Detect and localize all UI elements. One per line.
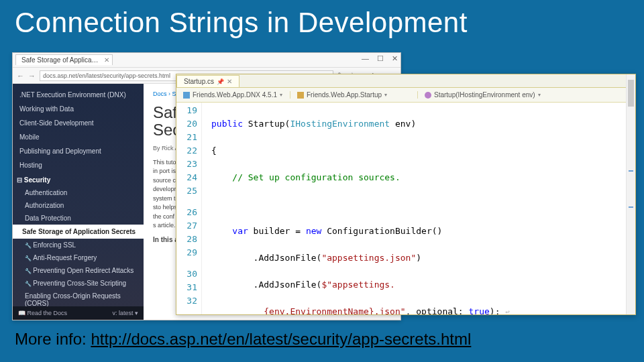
context-class[interactable]: Friends.Web.App.Startup▾ [290,91,418,99]
code-editor[interactable]: 19202122232425 26272829 303132 public St… [176,103,635,314]
code-body[interactable]: public Startup(IHostingEnvironment env) … [202,103,635,314]
pin-icon[interactable]: 📌 [217,78,224,85]
window-minimize-icon[interactable]: — [362,54,369,63]
sidebar-item[interactable]: Enforcing SSL [13,239,144,251]
sidebar-footer: 📖 Read the Docs v: latest ▾ [13,306,144,320]
more-info-link[interactable]: http://docs.asp.net/en/latest/security/a… [91,330,471,348]
sidebar-item[interactable]: Publishing and Deployment [13,144,144,158]
browser-tab[interactable]: Safe Storage of Applica… ✕ [15,54,113,65]
scrollbar-thumb[interactable] [628,103,634,107]
sidebar-item-authorization[interactable]: Authorization [13,199,144,212]
sidebar-item[interactable]: Hosting [13,158,144,172]
wrap-glyph-icon: ↩ [505,308,510,314]
nav-back-icon[interactable]: ← [17,72,24,80]
vs-tab-label: Startup.cs [184,78,214,85]
vs-context-bar: Friends.Web.App.DNX 4.5.1▾ Friends.Web.A… [176,88,635,103]
tab-close-icon[interactable]: ✕ [104,56,109,64]
line-gutter: 19202122232425 26272829 303132 [176,103,202,314]
sidebar-item[interactable]: .NET Execution Environment (DNX) [13,88,144,102]
sidebar-item[interactable]: Preventing Open Redirect Attacks [13,264,144,277]
more-info-line: More info: http://docs.asp.net/en/latest… [15,330,471,349]
scrollbar-mark [629,206,633,208]
window-close-icon[interactable]: ✕ [392,54,398,63]
sidebar-item[interactable]: Mobile [13,130,144,144]
visual-studio-editor: Startup.cs 📌 ✕ Friends.Web.App.DNX 4.5.1… [176,74,636,315]
sidebar-item-active[interactable]: Safe Storage of Application Secrets [13,225,144,239]
slide-title: Connection Strings in Development [0,0,644,42]
sidebar-item[interactable]: Client-Side Development [13,116,144,130]
browser-titlebar: Safe Storage of Applica… ✕ — ☐ ✕ [13,53,400,68]
nav-forward-icon[interactable]: → [28,72,36,80]
sidebar-section-security[interactable]: Security [13,172,144,186]
context-project[interactable]: Friends.Web.App.DNX 4.5.1▾ [176,91,290,99]
read-the-docs-label[interactable]: 📖 Read the Docs [18,310,67,316]
sidebar-item[interactable]: Working with Data [13,102,144,116]
vs-tab-startup[interactable]: Startup.cs 📌 ✕ [176,75,239,87]
version-selector[interactable]: v: latest ▾ [112,310,138,316]
scrollbar-mark [629,170,633,172]
context-method[interactable]: Startup(IHostingEnvironment env)▾ [418,91,635,99]
window-maximize-icon[interactable]: ☐ [377,54,384,63]
docs-sidebar: .NET Execution Environment (DNX) Working… [13,84,144,320]
vertical-scrollbar[interactable] [626,103,635,314]
tab-close-icon[interactable]: ✕ [227,78,232,85]
browser-tab-title: Safe Storage of Applica… [21,56,99,64]
sidebar-item-auth[interactable]: Authentication [13,186,144,199]
sidebar-item[interactable]: Anti-Request Forgery [13,251,144,264]
vs-tab-strip: Startup.cs 📌 ✕ [176,74,635,88]
sidebar-item-data-protection[interactable]: Data Protection [13,212,144,225]
sidebar-item[interactable]: Preventing Cross-Site Scripting [13,277,144,290]
